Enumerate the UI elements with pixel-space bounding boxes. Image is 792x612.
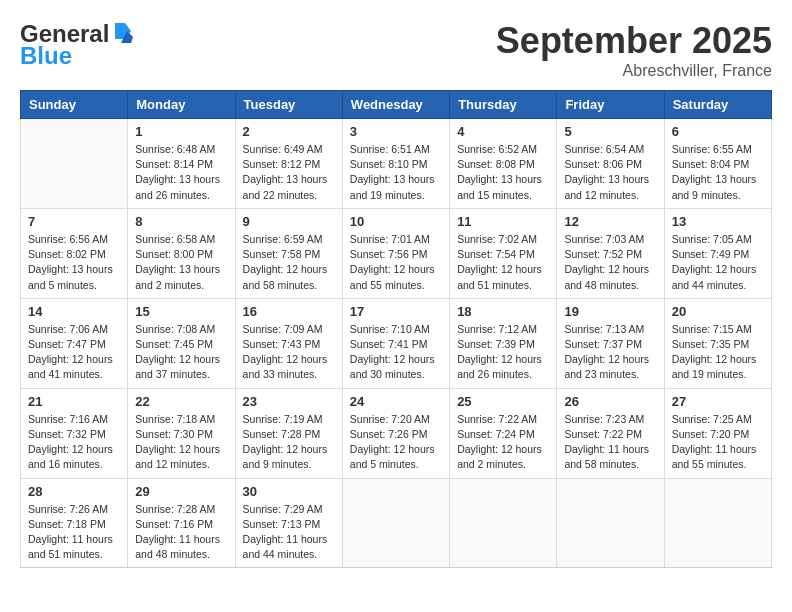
day-number: 20 xyxy=(672,304,764,319)
day-number: 16 xyxy=(243,304,335,319)
calendar-cell: 10Sunrise: 7:01 AM Sunset: 7:56 PM Dayli… xyxy=(342,208,449,298)
calendar-cell: 3Sunrise: 6:51 AM Sunset: 8:10 PM Daylig… xyxy=(342,119,449,209)
day-info: Sunrise: 7:23 AM Sunset: 7:22 PM Dayligh… xyxy=(564,412,656,473)
day-number: 8 xyxy=(135,214,227,229)
calendar-cell: 4Sunrise: 6:52 AM Sunset: 8:08 PM Daylig… xyxy=(450,119,557,209)
calendar-cell: 5Sunrise: 6:54 AM Sunset: 8:06 PM Daylig… xyxy=(557,119,664,209)
day-info: Sunrise: 7:18 AM Sunset: 7:30 PM Dayligh… xyxy=(135,412,227,473)
logo-blue: Blue xyxy=(20,42,72,70)
day-number: 17 xyxy=(350,304,442,319)
calendar-cell: 2Sunrise: 6:49 AM Sunset: 8:12 PM Daylig… xyxy=(235,119,342,209)
day-info: Sunrise: 6:58 AM Sunset: 8:00 PM Dayligh… xyxy=(135,232,227,293)
day-number: 13 xyxy=(672,214,764,229)
day-number: 22 xyxy=(135,394,227,409)
calendar-cell: 26Sunrise: 7:23 AM Sunset: 7:22 PM Dayli… xyxy=(557,388,664,478)
day-number: 14 xyxy=(28,304,120,319)
header-thursday: Thursday xyxy=(450,91,557,119)
day-number: 18 xyxy=(457,304,549,319)
day-number: 1 xyxy=(135,124,227,139)
day-info: Sunrise: 7:29 AM Sunset: 7:13 PM Dayligh… xyxy=(243,502,335,563)
location-subtitle: Abreschviller, France xyxy=(496,62,772,80)
calendar-week-row: 21Sunrise: 7:16 AM Sunset: 7:32 PM Dayli… xyxy=(21,388,772,478)
day-info: Sunrise: 7:20 AM Sunset: 7:26 PM Dayligh… xyxy=(350,412,442,473)
day-info: Sunrise: 7:12 AM Sunset: 7:39 PM Dayligh… xyxy=(457,322,549,383)
day-number: 15 xyxy=(135,304,227,319)
day-info: Sunrise: 6:56 AM Sunset: 8:02 PM Dayligh… xyxy=(28,232,120,293)
day-number: 11 xyxy=(457,214,549,229)
calendar-cell: 27Sunrise: 7:25 AM Sunset: 7:20 PM Dayli… xyxy=(664,388,771,478)
day-info: Sunrise: 6:55 AM Sunset: 8:04 PM Dayligh… xyxy=(672,142,764,203)
calendar-cell: 22Sunrise: 7:18 AM Sunset: 7:30 PM Dayli… xyxy=(128,388,235,478)
header-friday: Friday xyxy=(557,91,664,119)
day-number: 2 xyxy=(243,124,335,139)
calendar-cell: 19Sunrise: 7:13 AM Sunset: 7:37 PM Dayli… xyxy=(557,298,664,388)
title-block: September 2025 Abreschviller, France xyxy=(496,20,772,80)
logo-icon xyxy=(111,21,133,43)
calendar-week-row: 7Sunrise: 6:56 AM Sunset: 8:02 PM Daylig… xyxy=(21,208,772,298)
page-header: General Blue September 2025 Abreschville… xyxy=(20,20,772,80)
day-number: 28 xyxy=(28,484,120,499)
day-number: 27 xyxy=(672,394,764,409)
calendar-cell xyxy=(664,478,771,568)
day-info: Sunrise: 6:48 AM Sunset: 8:14 PM Dayligh… xyxy=(135,142,227,203)
day-number: 6 xyxy=(672,124,764,139)
day-number: 23 xyxy=(243,394,335,409)
calendar-cell: 20Sunrise: 7:15 AM Sunset: 7:35 PM Dayli… xyxy=(664,298,771,388)
logo: General Blue xyxy=(20,20,133,70)
day-info: Sunrise: 7:15 AM Sunset: 7:35 PM Dayligh… xyxy=(672,322,764,383)
calendar-cell xyxy=(342,478,449,568)
day-number: 24 xyxy=(350,394,442,409)
day-number: 21 xyxy=(28,394,120,409)
day-info: Sunrise: 7:06 AM Sunset: 7:47 PM Dayligh… xyxy=(28,322,120,383)
day-info: Sunrise: 6:52 AM Sunset: 8:08 PM Dayligh… xyxy=(457,142,549,203)
day-info: Sunrise: 6:49 AM Sunset: 8:12 PM Dayligh… xyxy=(243,142,335,203)
day-info: Sunrise: 7:19 AM Sunset: 7:28 PM Dayligh… xyxy=(243,412,335,473)
calendar-cell: 18Sunrise: 7:12 AM Sunset: 7:39 PM Dayli… xyxy=(450,298,557,388)
day-info: Sunrise: 7:13 AM Sunset: 7:37 PM Dayligh… xyxy=(564,322,656,383)
calendar-table: SundayMondayTuesdayWednesdayThursdayFrid… xyxy=(20,90,772,568)
calendar-cell: 13Sunrise: 7:05 AM Sunset: 7:49 PM Dayli… xyxy=(664,208,771,298)
day-info: Sunrise: 7:25 AM Sunset: 7:20 PM Dayligh… xyxy=(672,412,764,473)
calendar-week-row: 14Sunrise: 7:06 AM Sunset: 7:47 PM Dayli… xyxy=(21,298,772,388)
calendar-cell xyxy=(450,478,557,568)
calendar-cell xyxy=(21,119,128,209)
day-number: 5 xyxy=(564,124,656,139)
calendar-week-row: 1Sunrise: 6:48 AM Sunset: 8:14 PM Daylig… xyxy=(21,119,772,209)
day-info: Sunrise: 7:16 AM Sunset: 7:32 PM Dayligh… xyxy=(28,412,120,473)
day-info: Sunrise: 7:01 AM Sunset: 7:56 PM Dayligh… xyxy=(350,232,442,293)
day-number: 3 xyxy=(350,124,442,139)
day-info: Sunrise: 6:51 AM Sunset: 8:10 PM Dayligh… xyxy=(350,142,442,203)
calendar-cell xyxy=(557,478,664,568)
calendar-cell: 17Sunrise: 7:10 AM Sunset: 7:41 PM Dayli… xyxy=(342,298,449,388)
calendar-cell: 1Sunrise: 6:48 AM Sunset: 8:14 PM Daylig… xyxy=(128,119,235,209)
day-info: Sunrise: 7:03 AM Sunset: 7:52 PM Dayligh… xyxy=(564,232,656,293)
day-info: Sunrise: 7:05 AM Sunset: 7:49 PM Dayligh… xyxy=(672,232,764,293)
day-number: 10 xyxy=(350,214,442,229)
day-info: Sunrise: 7:08 AM Sunset: 7:45 PM Dayligh… xyxy=(135,322,227,383)
day-info: Sunrise: 7:09 AM Sunset: 7:43 PM Dayligh… xyxy=(243,322,335,383)
calendar-week-row: 28Sunrise: 7:26 AM Sunset: 7:18 PM Dayli… xyxy=(21,478,772,568)
calendar-cell: 6Sunrise: 6:55 AM Sunset: 8:04 PM Daylig… xyxy=(664,119,771,209)
calendar-cell: 23Sunrise: 7:19 AM Sunset: 7:28 PM Dayli… xyxy=(235,388,342,478)
month-year-title: September 2025 xyxy=(496,20,772,62)
header-sunday: Sunday xyxy=(21,91,128,119)
calendar-cell: 11Sunrise: 7:02 AM Sunset: 7:54 PM Dayli… xyxy=(450,208,557,298)
calendar-cell: 30Sunrise: 7:29 AM Sunset: 7:13 PM Dayli… xyxy=(235,478,342,568)
header-wednesday: Wednesday xyxy=(342,91,449,119)
calendar-cell: 15Sunrise: 7:08 AM Sunset: 7:45 PM Dayli… xyxy=(128,298,235,388)
day-info: Sunrise: 7:28 AM Sunset: 7:16 PM Dayligh… xyxy=(135,502,227,563)
day-number: 9 xyxy=(243,214,335,229)
day-info: Sunrise: 7:26 AM Sunset: 7:18 PM Dayligh… xyxy=(28,502,120,563)
calendar-cell: 21Sunrise: 7:16 AM Sunset: 7:32 PM Dayli… xyxy=(21,388,128,478)
calendar-cell: 9Sunrise: 6:59 AM Sunset: 7:58 PM Daylig… xyxy=(235,208,342,298)
day-info: Sunrise: 7:02 AM Sunset: 7:54 PM Dayligh… xyxy=(457,232,549,293)
calendar-cell: 14Sunrise: 7:06 AM Sunset: 7:47 PM Dayli… xyxy=(21,298,128,388)
calendar-cell: 12Sunrise: 7:03 AM Sunset: 7:52 PM Dayli… xyxy=(557,208,664,298)
day-number: 29 xyxy=(135,484,227,499)
day-number: 30 xyxy=(243,484,335,499)
header-monday: Monday xyxy=(128,91,235,119)
header-tuesday: Tuesday xyxy=(235,91,342,119)
calendar-cell: 25Sunrise: 7:22 AM Sunset: 7:24 PM Dayli… xyxy=(450,388,557,478)
day-number: 19 xyxy=(564,304,656,319)
calendar-header-row: SundayMondayTuesdayWednesdayThursdayFrid… xyxy=(21,91,772,119)
